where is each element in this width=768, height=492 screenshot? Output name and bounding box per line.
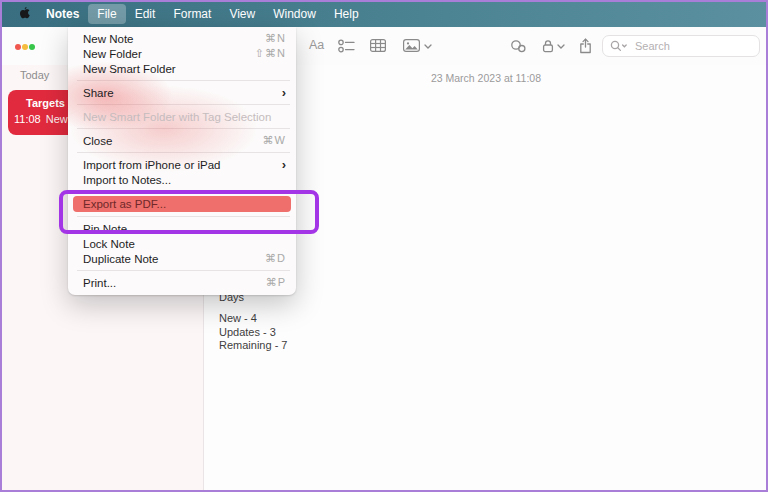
menu-separator [77, 80, 290, 81]
menu-separator [77, 128, 290, 129]
submenu-arrow-icon: › [282, 86, 286, 99]
menu-shortcut: ⌘P [266, 276, 286, 289]
zoom-window-button[interactable] [29, 44, 35, 50]
menubar-item-format[interactable]: Format [164, 4, 220, 24]
menubar-item-view[interactable]: View [220, 4, 264, 24]
menu-item-new-smart-folder[interactable]: New Smart Folder [68, 61, 296, 76]
menu-separator [77, 152, 290, 153]
menu-shortcut: ⇧⌘N [255, 47, 286, 60]
chevron-down-icon[interactable] [557, 44, 565, 49]
close-window-button[interactable] [15, 44, 21, 50]
menu-item-label: New Smart Folder with Tag Selection [83, 111, 271, 123]
search-field[interactable] [602, 35, 760, 57]
note-body-line: New - 4 [219, 312, 287, 326]
menu-item-share[interactable]: Share› [68, 85, 296, 100]
note-card-preview: New [46, 113, 68, 125]
menu-item-print[interactable]: Print...⌘P [68, 275, 296, 290]
note-body-line: Updates - 3 [219, 326, 287, 340]
menu-shortcut: ⌘W [263, 134, 286, 147]
menu-separator [77, 191, 290, 192]
apple-icon[interactable] [18, 6, 31, 21]
menu-item-label: Lock Note [83, 238, 135, 250]
submenu-arrow-icon: › [282, 158, 286, 171]
menu-item-label: Import from iPhone or iPad [83, 159, 220, 171]
lock-icon[interactable] [542, 39, 554, 53]
menubar-app-name[interactable]: Notes [37, 4, 88, 24]
menu-item-new-folder[interactable]: New Folder⇧⌘N [68, 46, 296, 61]
search-input[interactable] [602, 35, 760, 57]
note-card-time: 11:08 [14, 113, 41, 125]
menu-item-label: New Folder [83, 48, 142, 60]
menu-item-export-as-pdf[interactable]: Export as PDF... [73, 196, 291, 212]
minimize-window-button[interactable] [22, 44, 28, 50]
menu-item-new-note[interactable]: New Note⌘N [68, 31, 296, 46]
media-icon[interactable] [403, 39, 420, 52]
menu-bar: Notes File Edit Format View Window Help [0, 0, 768, 27]
menu-item-close[interactable]: Close⌘W [68, 133, 296, 148]
collaborate-icon[interactable] [510, 39, 527, 53]
menu-shortcut: ⌘N [265, 32, 286, 45]
menu-item-duplicate-note[interactable]: Duplicate Note⌘D [68, 251, 296, 266]
section-header: Today [20, 69, 49, 81]
note-body-lines: New - 4Updates - 3Remaining - 7 [219, 312, 287, 353]
menu-item-label: Export as PDF... [83, 198, 166, 210]
share-icon[interactable] [579, 38, 592, 54]
menu-item-label: Print... [83, 277, 116, 289]
table-icon[interactable] [370, 39, 386, 52]
file-menu: New Note⌘NNew Folder⇧⌘NNew Smart FolderS… [68, 27, 296, 295]
menu-item-pin-note[interactable]: Pin Note [68, 221, 296, 236]
chevron-down-icon[interactable] [424, 44, 432, 49]
menu-item-label: Pin Note [83, 223, 127, 235]
menu-item-label: New Smart Folder [83, 63, 176, 75]
screenshot: Notes File Edit Format View Window Help … [0, 0, 768, 492]
menu-item-lock-note[interactable]: Lock Note [68, 236, 296, 251]
menu-separator [77, 270, 290, 271]
menu-item-import-from-iphone-or-ipad[interactable]: Import from iPhone or iPad› [68, 157, 296, 172]
menu-item-label: Import to Notes... [83, 174, 171, 186]
menu-separator [77, 104, 290, 105]
menu-item-label: Share [83, 87, 114, 99]
menu-item-label: Close [83, 135, 112, 147]
menu-shortcut: ⌘D [265, 252, 286, 265]
menubar-item-file[interactable]: File [88, 4, 125, 24]
menubar-item-edit[interactable]: Edit [126, 4, 165, 24]
menu-item-label: New Note [83, 33, 134, 45]
menu-item-new-smart-folder-with-tag-selection: New Smart Folder with Tag Selection [68, 109, 296, 124]
checklist-icon[interactable] [338, 39, 355, 53]
menu-separator [77, 216, 290, 217]
menu-item-label: Duplicate Note [83, 253, 158, 265]
note-body-line: Remaining - 7 [219, 339, 287, 353]
menubar-item-help[interactable]: Help [325, 4, 368, 24]
menubar-item-window[interactable]: Window [264, 4, 325, 24]
format-text-button[interactable]: Aa [309, 38, 324, 52]
menu-item-import-to-notes[interactable]: Import to Notes... [68, 172, 296, 187]
